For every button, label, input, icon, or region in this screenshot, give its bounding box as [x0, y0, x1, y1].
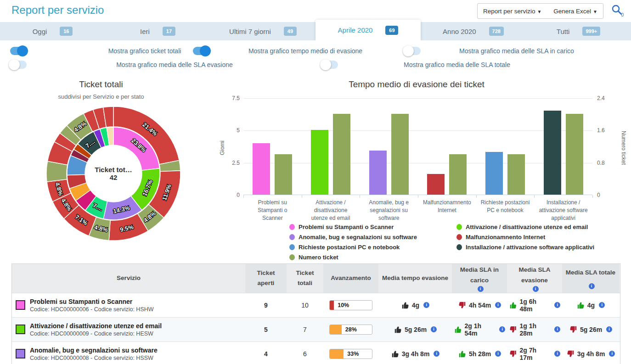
- service-cell: Anomalie, bug e segnalazioni su software…: [12, 342, 245, 364]
- table-row[interactable]: Problemi su Stampanti o ScannerCodice: H…: [12, 293, 620, 317]
- progress-bar: 33%: [329, 349, 372, 359]
- axis-tick: [302, 195, 302, 198]
- progress-bar: 10%: [329, 300, 372, 310]
- info-icon[interactable]: i: [533, 286, 539, 292]
- legend-swatch: [456, 224, 462, 230]
- toggle-label: Mostra grafico media delle SLA in carico: [448, 47, 586, 55]
- bar-days[interactable]: [427, 174, 445, 195]
- category-label: Malfunzionamnento Internet: [418, 199, 476, 222]
- info-icon[interactable]: i: [606, 326, 612, 332]
- ticket-aperti-cell: 4: [245, 342, 287, 364]
- charts-panel: Ticket totali suddivisi per Servizio e p…: [0, 76, 631, 263]
- bar-days[interactable]: [311, 130, 328, 195]
- thumb-down-icon: [509, 325, 518, 334]
- progress-label: 33%: [347, 351, 359, 357]
- bar-days[interactable]: [253, 143, 270, 195]
- bar-tickets[interactable]: [333, 114, 350, 195]
- info-icon[interactable]: i: [434, 351, 439, 357]
- metric-value: 1g 1h 28m: [520, 322, 551, 337]
- info-icon[interactable]: i: [499, 326, 505, 332]
- info-icon[interactable]: i: [478, 286, 484, 292]
- tab-ultimi-7-giorni[interactable]: Ultimi 7 giorni49: [210, 22, 316, 40]
- tab-oggi[interactable]: Oggi16: [0, 22, 105, 40]
- toggle-switch[interactable]: [321, 61, 338, 69]
- metric: 2g 1h 54mi: [454, 322, 505, 337]
- y-axis-left-tick: 7.5: [224, 95, 240, 101]
- metric-value: 5g 26m: [405, 326, 427, 333]
- header-cell[interactable]: Media SLA in carico i: [452, 264, 507, 293]
- legend-label: Numero ticket: [299, 254, 338, 261]
- info-icon[interactable]: i: [554, 302, 560, 308]
- info-icon[interactable]: i: [589, 283, 595, 289]
- tab-ieri[interactable]: Ieri17: [105, 22, 210, 40]
- info-icon[interactable]: i: [495, 302, 501, 308]
- bar-tickets[interactable]: [449, 154, 467, 195]
- tab-count-badge: 16: [60, 27, 73, 36]
- tab-count-badge: 17: [163, 27, 175, 36]
- excel-dropdown[interactable]: Genera Excel▼: [553, 8, 597, 15]
- header-cell[interactable]: Ticket aperti: [245, 264, 287, 293]
- legend-swatch: [456, 234, 462, 240]
- tab-count-badge: 728: [489, 27, 504, 36]
- info-icon[interactable]: i: [609, 351, 615, 357]
- axis-tick: [476, 195, 477, 198]
- info-icon[interactable]: i: [554, 351, 560, 357]
- tab-label: Ultimi 7 giorni: [229, 28, 271, 35]
- donut-sunburst[interactable]: 23.8%16.7%14.3%7....7....21.4%11.9%4.8%9…: [45, 106, 181, 241]
- tab-label: Aprile 2020: [338, 26, 373, 34]
- toggle-bar: Mostra grafico ticket totaliMostra grafi…: [0, 40, 631, 76]
- thumb-up-icon: [509, 301, 518, 310]
- info-icon[interactable]: i: [599, 302, 605, 308]
- legend-item: Richieste postazioni PC e notebook: [289, 244, 417, 251]
- header-cell[interactable]: Servizio: [12, 264, 245, 293]
- service-info: Anomalie, bug e segnalazioni su software…: [30, 347, 158, 361]
- header-cell[interactable]: Media SLA evasione i: [507, 264, 562, 293]
- tab-tutti[interactable]: Tutti999+: [526, 22, 631, 40]
- service-info: Problemi su Stampanti o ScannerCodice: H…: [30, 298, 154, 313]
- toggle-switch[interactable]: [193, 47, 209, 55]
- avanzamento-cell: 10%: [323, 293, 378, 317]
- tab-aprile-2020[interactable]: Aprile 202069: [316, 20, 421, 40]
- bar-tickets[interactable]: [566, 114, 583, 195]
- search-icon[interactable]: 0: [611, 4, 625, 17]
- info-icon[interactable]: i: [495, 351, 501, 357]
- toggle-switch[interactable]: [404, 47, 421, 55]
- gridline: [243, 163, 592, 163]
- header-cell[interactable]: Media tempo evasione: [378, 264, 452, 293]
- legend-label: Malfunzionamnento Internet: [466, 234, 545, 241]
- tab-anno-2020[interactable]: Anno 2020728: [421, 22, 526, 40]
- table-header-row: ServizioTicket apertiTicket totaliAvanza…: [12, 264, 620, 293]
- header-cell[interactable]: Media SLA totale i: [562, 264, 619, 293]
- category-label: Richieste postazioni PC e notebook: [476, 199, 535, 222]
- report-dropdown[interactable]: Report per servizio▼: [483, 8, 541, 15]
- media-sla-evasione-cell: 1g 1h 28mi: [507, 318, 562, 342]
- info-icon[interactable]: i: [554, 326, 560, 332]
- metric: 4gi: [576, 301, 605, 310]
- bar-days[interactable]: [485, 152, 503, 195]
- bar-tickets[interactable]: [391, 114, 409, 195]
- bar-tickets[interactable]: [275, 154, 292, 195]
- toggle-switch[interactable]: [10, 47, 27, 55]
- table-row[interactable]: Attivazione / disattivazione utenze ed e…: [12, 317, 620, 342]
- table-row[interactable]: Anomalie, bug e segnalazioni su software…: [12, 342, 620, 364]
- legend-item: Attivazione / disattivazione utenze ed e…: [456, 224, 594, 230]
- info-icon[interactable]: i: [431, 326, 437, 332]
- bar-tickets[interactable]: [507, 154, 525, 195]
- toggle-label: Mostra grafico tempo medio di evasione: [239, 47, 372, 55]
- axis-tick: [243, 195, 244, 198]
- ticket-totali-cell: 10: [287, 293, 323, 317]
- bar-days[interactable]: [544, 111, 561, 195]
- legend-swatch: [289, 234, 295, 240]
- media-sla-totale-cell: 5g 26mi: [562, 318, 619, 342]
- header-cell[interactable]: Avanzamento: [323, 264, 378, 293]
- media-sla-evasione-cell: 2g 7h 17mi: [507, 342, 562, 364]
- info-icon[interactable]: i: [423, 302, 429, 308]
- header-cell[interactable]: Ticket totali: [287, 264, 323, 293]
- bar-days[interactable]: [369, 151, 387, 195]
- axis-tick: [592, 195, 593, 198]
- metric-value: 1g 6h 48m: [520, 298, 551, 313]
- category-label: Anomalie, bug e segnalazioni su software: [360, 199, 418, 222]
- bar-plot: [243, 98, 592, 195]
- media-sla-in-carico-cell: 5h 28mi: [452, 342, 507, 364]
- toggle-switch[interactable]: [10, 61, 27, 69]
